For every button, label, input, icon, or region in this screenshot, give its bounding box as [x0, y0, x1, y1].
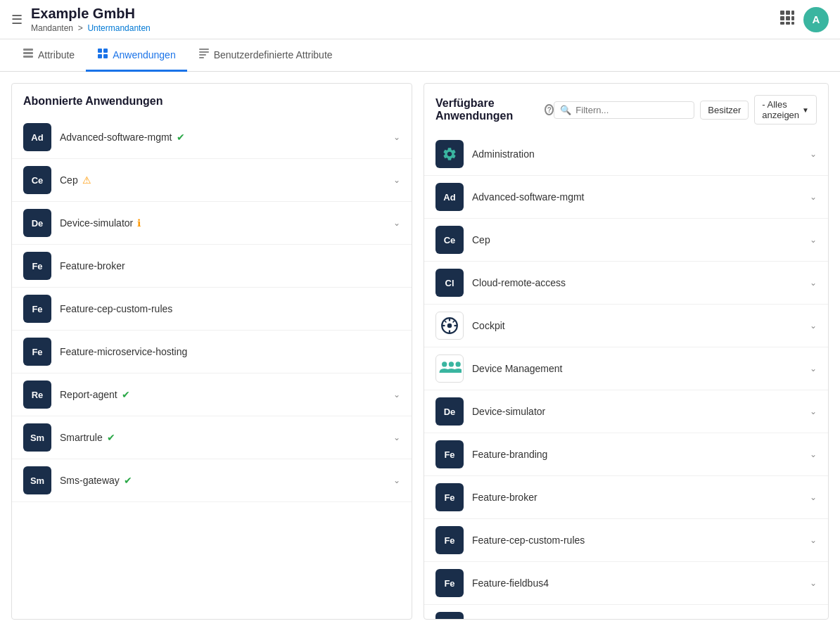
status-ok-icon: ✔ — [107, 432, 115, 443]
user-avatar[interactable]: A — [803, 7, 829, 32]
svg-point-21 — [447, 324, 452, 328]
app-name-report-agent: Report-agent ✔ — [60, 389, 393, 400]
avail-app-name-administration: Administration — [472, 148, 810, 160]
app-logo-sm1: Sm — [23, 423, 51, 452]
list-item[interactable]: Fe Feature-fieldbus4 ⌄ — [424, 562, 828, 605]
chevron-down-icon: ⌄ — [810, 578, 817, 588]
tab-attribute[interactable]: Attribute — [11, 39, 86, 72]
list-item[interactable]: Cockpit ⌄ — [424, 305, 828, 347]
tab-attribute-label: Attribute — [38, 49, 75, 60]
app-logo-adv-sw: Ad — [435, 183, 464, 211]
svg-rect-18 — [199, 54, 206, 56]
chevron-down-icon: ⌄ — [393, 132, 400, 142]
search-icon: 🔍 — [560, 105, 571, 115]
list-item[interactable]: Fe Feature-microservice-hosting — [12, 331, 412, 373]
chevron-down-icon: ⌄ — [393, 433, 400, 442]
subscribed-apps-panel: Abonnierte Anwendungen Ad Advanced-softw… — [11, 83, 412, 620]
status-ok-icon: ✔ — [124, 475, 132, 486]
app-logo-re: Re — [23, 381, 51, 409]
chevron-down-icon: ⌄ — [810, 535, 817, 545]
list-item[interactable]: De Device-simulator ⌄ — [424, 390, 828, 433]
svg-rect-6 — [780, 22, 784, 25]
app-logo-cloud: Cl — [435, 269, 464, 297]
list-item[interactable]: Fe Feature-broker ⌄ — [424, 476, 828, 519]
available-apps-title: Verfügbare Anwendungen ? — [435, 97, 554, 122]
app-logo-fe2: Fe — [23, 295, 51, 323]
header: ☰ Example GmbH Mandanten > Untermandante… — [0, 0, 840, 39]
avail-app-name-feature-branding: Feature-branding — [472, 449, 810, 460]
svg-rect-8 — [791, 22, 794, 25]
avail-app-name-cloud: Cloud-remote-access — [472, 277, 810, 288]
chevron-down-icon: ⌄ — [810, 492, 817, 502]
list-item[interactable]: Fe Feature-branding ⌄ — [424, 433, 828, 476]
status-info-icon: ℹ — [137, 217, 141, 229]
subscribed-apps-title: Abonnierte Anwendungen — [12, 95, 412, 116]
avail-app-name-dm: Device Management — [472, 363, 810, 374]
list-item[interactable]: Sm Sms-gateway ✔ ⌄ — [12, 459, 412, 502]
tab-anwendungen[interactable]: Anwendungen — [86, 39, 187, 72]
app-name-advanced-software-mgmt: Advanced-software-mgmt ✔ — [60, 132, 393, 143]
search-input[interactable] — [575, 105, 688, 115]
svg-rect-10 — [23, 52, 33, 54]
anwendungen-tab-icon — [97, 48, 108, 61]
header-actions: A — [779, 7, 829, 32]
list-item[interactable]: Administration ⌄ — [424, 133, 828, 176]
status-warn-icon: ⚠ — [82, 174, 91, 186]
chevron-down-icon: ⌄ — [810, 192, 817, 202]
svg-rect-13 — [103, 49, 108, 53]
list-item[interactable]: Device Management ⌄ — [424, 347, 828, 390]
benutzerdefinierte-tab-icon — [198, 48, 210, 61]
breadcrumb-link[interactable]: Untermandanten — [87, 23, 150, 33]
chevron-down-icon: ⌄ — [810, 278, 817, 288]
avail-app-name-de: Device-simulator — [472, 406, 810, 417]
svg-rect-19 — [199, 57, 204, 58]
title-block: Example GmbH Mandanten > Untermandanten — [31, 6, 779, 33]
svg-rect-7 — [786, 22, 790, 25]
grid-icon[interactable] — [779, 10, 795, 29]
search-box[interactable]: 🔍 — [554, 101, 694, 119]
show-all-chevron: ▼ — [802, 106, 809, 114]
app-logo-dm — [435, 354, 464, 383]
app-logo-sm2: Sm — [23, 466, 51, 494]
owner-filter-button[interactable]: Besitzer — [700, 101, 749, 120]
app-name-cep: Cep ⚠ — [60, 174, 393, 186]
status-ok-icon: ✔ — [122, 389, 130, 400]
tab-benutzerdefinierte-label: Benutzerdefinierte Attribute — [214, 49, 333, 60]
app-name-feature-microservice: Feature-microservice-hosting — [60, 346, 400, 357]
list-item[interactable]: Re Report-agent ✔ ⌄ — [12, 373, 412, 416]
list-item[interactable]: Cl Cloud-remote-access ⌄ — [424, 262, 828, 305]
filter-controls: 🔍 Besitzer - Alles anzeigen ▼ — [554, 95, 817, 124]
list-item[interactable]: Fe Feature-microservice-hosting ⌄ — [424, 605, 828, 620]
tab-benutzerdefinierte[interactable]: Benutzerdefinierte Attribute — [187, 39, 344, 72]
avail-app-name-cockpit: Cockpit — [472, 320, 810, 331]
list-item[interactable]: Sm Smartrule ✔ ⌄ — [12, 416, 412, 459]
app-name-smartrule: Smartrule ✔ — [60, 432, 393, 443]
list-item[interactable]: Ce Cep ⚠ ⌄ — [12, 159, 412, 202]
list-item[interactable]: Fe Feature-cep-custom-rules ⌄ — [424, 519, 828, 562]
list-item[interactable]: Ad Advanced-software-mgmt ✔ ⌄ — [12, 116, 412, 159]
list-item[interactable]: Ad Advanced-software-mgmt ⌄ — [424, 176, 828, 219]
app-logo-administration — [435, 140, 464, 168]
app-name-device-simulator: Device-simulator ℹ — [60, 217, 393, 229]
list-item[interactable]: Fe Feature-broker — [12, 245, 412, 288]
show-all-label: - Alles anzeigen — [762, 99, 799, 120]
app-logo-ce: Ce — [23, 166, 51, 194]
list-item[interactable]: Ce Cep ⌄ — [424, 219, 828, 262]
app-logo-feature-branding: Fe — [435, 440, 464, 468]
show-all-button[interactable]: - Alles anzeigen ▼ — [754, 95, 817, 124]
svg-rect-17 — [199, 51, 209, 53]
svg-rect-1 — [786, 11, 790, 15]
chevron-down-icon: ⌄ — [810, 407, 817, 416]
svg-rect-16 — [199, 49, 209, 50]
menu-icon[interactable]: ☰ — [11, 12, 23, 27]
list-item[interactable]: Fe Feature-cep-custom-rules — [12, 288, 412, 331]
help-icon[interactable]: ? — [545, 104, 554, 115]
avail-app-name-feature-cep: Feature-cep-custom-rules — [472, 535, 810, 546]
app-name-feature-broker: Feature-broker — [60, 260, 400, 271]
owner-label: Besitzer — [708, 105, 741, 115]
svg-rect-12 — [98, 49, 102, 53]
list-item[interactable]: De Device-simulator ℹ ⌄ — [12, 202, 412, 245]
app-logo-fe3: Fe — [23, 338, 51, 366]
app-title: Example GmbH — [31, 6, 779, 22]
app-logo-cockpit — [435, 312, 464, 340]
